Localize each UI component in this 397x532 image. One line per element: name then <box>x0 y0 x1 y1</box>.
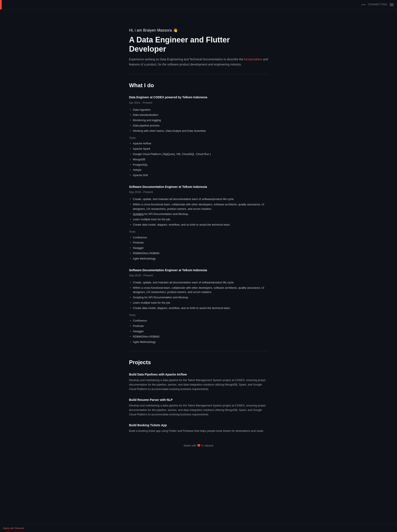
footer-heart: ❤️ <box>197 444 201 447</box>
list-item: Airbyte <box>129 168 268 172</box>
what-i-do-section: What I do Data Engineer at CODEX powered… <box>129 81 268 344</box>
list-item: Learn multiple tools for the job. <box>129 217 268 222</box>
list-item: Monitoring and logging <box>129 118 268 123</box>
project-block-1: Build Data Pipelines with Apache Airflow… <box>129 372 268 391</box>
list-item: PostgreSQL <box>129 163 268 167</box>
list-item: Swagger <box>129 246 268 250</box>
list-item: Postman <box>129 241 268 245</box>
connecting-status: CONNECTING <box>368 3 387 6</box>
job-2-period: Sep 2018 - Present <box>129 190 268 194</box>
job-block-2: Software Documentation Engineer at Telko… <box>129 184 268 261</box>
list-item: Within a cross-functional team, collabor… <box>129 202 268 211</box>
list-item: RDBMS/Non RDBMS <box>129 335 268 339</box>
project-2-desc: Develop and maintaining a data pipeline … <box>129 403 268 417</box>
list-item: Data standardization <box>129 113 268 117</box>
project-3-desc: Build a booking ticket app using Flutter… <box>129 429 268 433</box>
projects-heading: Projects <box>129 358 268 367</box>
job-1-tools-list: Apache Airflow Apache Spark Google Cloud… <box>129 141 268 178</box>
hero-section: Hi, i am Braiyen Massora 👋 A Data Engine… <box>129 27 268 67</box>
list-item: Learn multiple tools for the job. <box>129 301 268 305</box>
hamburger-line-1 <box>390 3 394 4</box>
hero-greeting: Hi, i am Braiyen Massora 👋 <box>129 27 268 33</box>
what-i-do-heading: What I do <box>129 81 268 90</box>
footer-location: in Jakarta <box>201 444 213 447</box>
footer-credit: Made with ❤️ in Jakarta <box>129 444 268 448</box>
project-1-name: Build Data Pipelines with Apache Airflow <box>129 372 268 377</box>
hero-title: A Data Engineer and Flutter Developer <box>129 35 268 54</box>
list-item: Scripting for API Documentation and Mock… <box>129 212 268 216</box>
hamburger-menu-button[interactable] <box>390 3 394 6</box>
hero-desc-part1: Experience working as Data Engineering a… <box>129 57 244 61</box>
project-3-name: Build Booking Tickets App <box>129 423 268 427</box>
list-item: Google Cloud Platform ( BigQuery, VM, Cl… <box>129 152 268 156</box>
list-item: Apache Spark <box>129 147 268 151</box>
job-3-title: Software Documentation Engineer at Telko… <box>129 268 268 273</box>
list-item: Create data model, diagram, workflow, an… <box>129 306 268 310</box>
main-content: Hi, i am Braiyen Massora 👋 A Data Engine… <box>124 9 273 472</box>
job-2-tools-list: Confluence Postman Swagger RDBMS/Non RDB… <box>129 235 268 261</box>
footer-made-with: Made with <box>184 444 196 447</box>
list-item: Create data model, diagram, workflow, an… <box>129 223 268 227</box>
list-item: Apache Airflow <box>129 141 268 146</box>
project-block-3: Build Booking Tickets App Build a bookin… <box>129 423 268 433</box>
red-accent-bar <box>0 0 2 9</box>
list-item: MongoDB <box>129 157 268 162</box>
dot-1 <box>361 4 362 5</box>
project-2-name: Build Resume Parser with NLP <box>129 397 268 402</box>
job-3-period: Sep 2018 - Present <box>129 273 268 278</box>
list-item: Agile Methodology <box>129 340 268 344</box>
list-item: Within a cross-functional team, collabor… <box>129 286 268 295</box>
divider-2 <box>129 351 268 351</box>
hamburger-line-3 <box>390 6 394 6</box>
job-2-tools-label: Tools <box>129 230 268 234</box>
divider-1 <box>129 74 268 74</box>
topbar: CONNECTING <box>0 0 397 9</box>
list-item: Agile Methodology <box>129 257 268 261</box>
job-1-period: Apr 2021 - Present <box>129 101 268 105</box>
hamburger-line-2 <box>390 5 394 5</box>
job-2-responsibilities: Create, update, and maintain all documen… <box>129 197 268 227</box>
dot-3 <box>364 4 365 5</box>
list-item: Confluence <box>129 235 268 240</box>
list-item: Create, update, and maintain all documen… <box>129 280 268 285</box>
job-2-title: Software Documentation Engineer at Telko… <box>129 184 268 189</box>
list-item: Scripting for API Documentation and Mock… <box>129 295 268 300</box>
job-1-responsibilities: Data ingestion Data standardization Moni… <box>129 108 268 133</box>
projects-section: Projects Build Data Pipelines with Apach… <box>129 358 268 433</box>
list-item: Data ingestion <box>129 108 268 112</box>
job-1-title: Data Engineer at CODEX powered by Telkom… <box>129 95 268 100</box>
job-3-tools-label: Tools <box>129 313 268 318</box>
list-item: Confluence <box>129 319 268 323</box>
job-1-tools-label: Tools: <box>129 136 268 140</box>
list-item: RDBMS/Non RDBMS <box>129 251 268 256</box>
list-item: Create, update, and maintain all documen… <box>129 197 268 201</box>
dot-2 <box>363 4 364 5</box>
project-1-desc: Develop and maintaining a data pipeline … <box>129 378 268 391</box>
job-block-1: Data Engineer at CODEX powered by Telkom… <box>129 95 268 178</box>
hero-desc-highlight: functionalities <box>244 57 262 61</box>
project-block-2: Build Resume Parser with NLP Develop and… <box>129 397 268 417</box>
list-item: Data pipeline process <box>129 124 268 128</box>
hero-description: Experience working as Data Engineering a… <box>129 57 268 67</box>
list-item: Swagger <box>129 329 268 334</box>
list-item: Postman <box>129 324 268 328</box>
job-block-3: Software Documentation Engineer at Telko… <box>129 268 268 344</box>
topbar-dots <box>361 4 365 5</box>
job-3-tools-list: Confluence Postman Swagger RDBMS/Non RDB… <box>129 319 268 344</box>
job-3-responsibilities: Create, update, and maintain all documen… <box>129 280 268 310</box>
list-item: Apache Drill <box>129 173 268 178</box>
list-item: Working with other teams, Data Analyst a… <box>129 129 268 133</box>
